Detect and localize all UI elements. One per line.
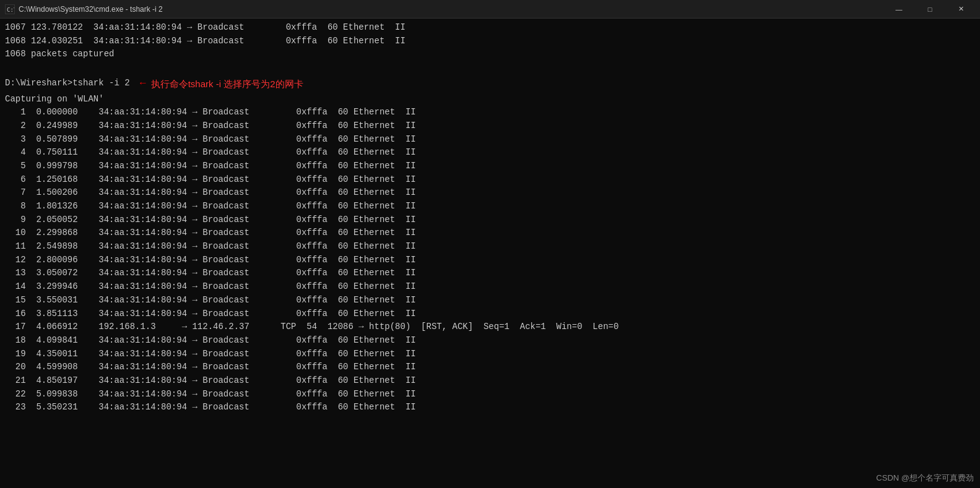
capturing-line: Capturing on 'WLAN' bbox=[5, 93, 975, 106]
watermark: CSDN @想个名字可真费劲 bbox=[876, 472, 974, 484]
table-row: 8 1.801326 34:aa:31:14:80:94 → Broadcast… bbox=[5, 200, 975, 213]
command-annotation-row: D:\Wireshark>tshark -i 2 ← 执行命令tshark -i… bbox=[5, 76, 975, 92]
minimize-button[interactable]: — bbox=[885, 0, 913, 19]
table-row: 19 4.350011 34:aa:31:14:80:94 → Broadcas… bbox=[5, 348, 975, 361]
table-row: 2 0.249989 34:aa:31:14:80:94 → Broadcast… bbox=[5, 119, 975, 133]
table-row: 11 2.549898 34:aa:31:14:80:94 → Broadcas… bbox=[5, 240, 975, 254]
table-row: 17 4.066912 192.168.1.3 → 112.46.2.37 TC… bbox=[5, 320, 975, 334]
table-row: 12 2.800096 34:aa:31:14:80:94 → Broadcas… bbox=[5, 254, 975, 267]
table-row: 1 0.000000 34:aa:31:14:80:94 → Broadcast… bbox=[5, 106, 975, 119]
maximize-button[interactable]: □ bbox=[916, 0, 944, 19]
title-bar: C:\ C:\Windows\System32\cmd.exe - tshark… bbox=[0, 0, 980, 19]
table-row: 4 0.750111 34:aa:31:14:80:94 → Broadcast… bbox=[5, 146, 975, 160]
terminal-body: 1067 123.780122 34:aa:31:14:80:94 → Broa… bbox=[0, 19, 980, 488]
table-row: 14 3.299946 34:aa:31:14:80:94 → Broadcas… bbox=[5, 280, 975, 294]
table-row: 16 3.851113 34:aa:31:14:80:94 → Broadcas… bbox=[5, 307, 975, 321]
table-row: 10 2.299868 34:aa:31:14:80:94 → Broadcas… bbox=[5, 226, 975, 240]
title-bar-controls: — □ ✕ bbox=[885, 0, 975, 19]
table-row: 23 5.350231 34:aa:31:14:80:94 → Broadcas… bbox=[5, 401, 975, 414]
table-row: 3 0.507899 34:aa:31:14:80:94 → Broadcast… bbox=[5, 133, 975, 147]
title-text: C:\Windows\System32\cmd.exe - tshark -i … bbox=[19, 5, 163, 14]
table-row: 7 1.500206 34:aa:31:14:80:94 → Broadcast… bbox=[5, 186, 975, 200]
table-row: 15 3.550031 34:aa:31:14:80:94 → Broadcas… bbox=[5, 294, 975, 307]
table-row: 18 4.099841 34:aa:31:14:80:94 → Broadcas… bbox=[5, 334, 975, 348]
table-row: 5 0.999798 34:aa:31:14:80:94 → Broadcast… bbox=[5, 160, 975, 173]
command-prompt: D:\Wireshark>tshark -i 2 bbox=[5, 77, 135, 90]
svg-text:C:\: C:\ bbox=[7, 7, 14, 13]
table-row: 9 2.050052 34:aa:31:14:80:94 → Broadcast… bbox=[5, 213, 975, 227]
close-button[interactable]: ✕ bbox=[947, 0, 975, 19]
title-bar-left: C:\ C:\Windows\System32\cmd.exe - tshark… bbox=[5, 4, 163, 14]
prev-line-3: 1068 packets captured bbox=[5, 48, 975, 61]
annotation-text: 执行命令tshark -i 选择序号为2的网卡 bbox=[151, 77, 303, 91]
cmd-icon: C:\ bbox=[5, 4, 15, 14]
prev-lines: 1067 123.780122 34:aa:31:14:80:94 → Broa… bbox=[5, 21, 975, 61]
arrow-icon: ← bbox=[140, 76, 146, 92]
table-row: 22 5.099838 34:aa:31:14:80:94 → Broadcas… bbox=[5, 388, 975, 401]
packets-container: 1 0.000000 34:aa:31:14:80:94 → Broadcast… bbox=[5, 106, 975, 414]
blank-line-1 bbox=[5, 61, 975, 75]
table-row: 13 3.050072 34:aa:31:14:80:94 → Broadcas… bbox=[5, 267, 975, 280]
table-row: 6 1.250168 34:aa:31:14:80:94 → Broadcast… bbox=[5, 173, 975, 187]
prev-line-1: 1067 123.780122 34:aa:31:14:80:94 → Broa… bbox=[5, 21, 975, 35]
table-row: 20 4.599908 34:aa:31:14:80:94 → Broadcas… bbox=[5, 361, 975, 374]
prev-line-2: 1068 124.030251 34:aa:31:14:80:94 → Broa… bbox=[5, 35, 975, 48]
table-row: 21 4.850197 34:aa:31:14:80:94 → Broadcas… bbox=[5, 374, 975, 388]
